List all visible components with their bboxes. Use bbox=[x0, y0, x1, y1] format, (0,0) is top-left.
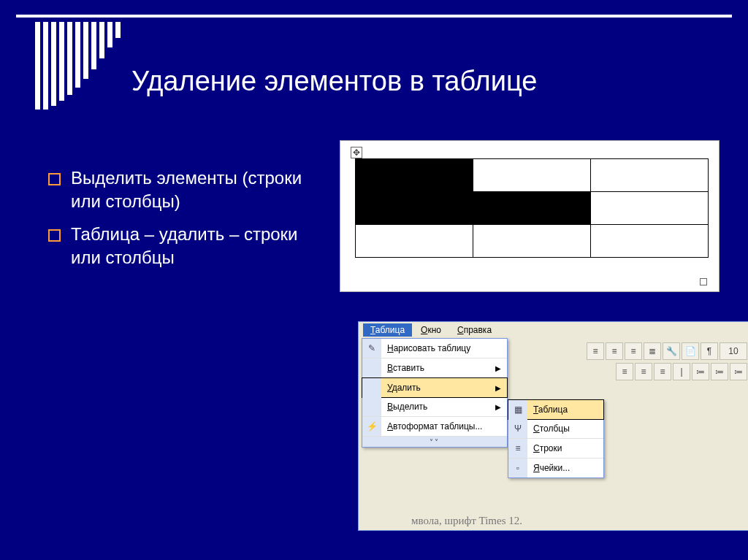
submenu-item[interactable]: ▦Таблица bbox=[508, 399, 604, 420]
list-item: Таблица – удалить – строки или столбцы bbox=[48, 223, 318, 270]
table-cell bbox=[473, 159, 591, 192]
toolbar-button[interactable]: 📄 bbox=[682, 342, 699, 360]
table-resize-handle-icon[interactable] bbox=[700, 278, 707, 285]
submenu-item-icon: ▦ bbox=[508, 400, 527, 419]
table-cell bbox=[356, 225, 473, 258]
toolbar-button[interactable]: ≡ bbox=[625, 342, 642, 360]
submenu-item-label: Ячейки... bbox=[533, 463, 570, 473]
table-cell bbox=[591, 159, 709, 192]
bullet-text: Выделить элементы (строки или столбцы) bbox=[71, 166, 318, 214]
bullet-square-icon bbox=[48, 173, 61, 185]
table-cell bbox=[591, 192, 709, 225]
menu-item-label: Нарисовать таблицу bbox=[387, 343, 501, 353]
dropdown-item[interactable]: ✎Нарисовать таблицу bbox=[362, 339, 507, 358]
dropdown-item[interactable]: Вставить▶ bbox=[362, 358, 507, 378]
bullet-list: Выделить элементы (строки или столбцы) Т… bbox=[48, 166, 318, 279]
menu-item-label: Удалить bbox=[387, 383, 495, 393]
toolbar-button[interactable]: ≣ bbox=[644, 342, 661, 360]
submenu-arrow-icon: ▶ bbox=[495, 384, 501, 392]
submenu-arrow-icon: ▶ bbox=[495, 403, 501, 411]
toolbar-button[interactable]: | bbox=[673, 363, 690, 380]
toolbar-row-2: ≡≡≡|≔≔≔ bbox=[616, 363, 747, 380]
dropdown-item[interactable]: ⚡Автоформат таблицы... bbox=[362, 417, 507, 437]
toolbar-button[interactable]: 🔧 bbox=[663, 342, 680, 360]
toolbar-button[interactable]: ≡ bbox=[635, 363, 652, 380]
submenu-item-icon: ▫ bbox=[508, 459, 527, 477]
toolbar-button[interactable]: ≔ bbox=[711, 363, 728, 380]
submenu-arrow-icon: ▶ bbox=[495, 364, 501, 372]
expand-menu-icon[interactable]: ˅˅ bbox=[362, 437, 507, 447]
submenu-item-icon: Ψ bbox=[508, 419, 527, 438]
menu-item-icon bbox=[362, 358, 381, 377]
menubar-item[interactable]: Справка bbox=[450, 323, 499, 337]
menubar: ТаблицаОкноСправка bbox=[359, 322, 748, 338]
submenu-item[interactable]: ▫Ячейки... bbox=[508, 459, 603, 477]
toolbar-button[interactable]: ≡ bbox=[616, 363, 633, 380]
table-move-handle-icon[interactable]: ✥ bbox=[351, 147, 362, 158]
menu-item-icon: ✎ bbox=[362, 339, 381, 358]
menubar-item[interactable]: Окно bbox=[413, 323, 449, 337]
submenu-item-label: Столбцы bbox=[533, 423, 570, 434]
menu-item-label: Выделить bbox=[387, 402, 495, 412]
toolbar-button[interactable]: ≔ bbox=[692, 363, 709, 380]
menu-item-label: Автоформат таблицы... bbox=[387, 421, 501, 431]
table-cell bbox=[356, 192, 473, 225]
slide: Удаление элементов в таблице Выделить эл… bbox=[0, 0, 748, 560]
toolbar-button[interactable]: 10 bbox=[720, 342, 747, 360]
table-selection-illustration: ✥ bbox=[340, 140, 720, 292]
toolbar-button[interactable]: ≔ bbox=[730, 363, 747, 380]
status-fragment: мвола, шрифт Times 12. bbox=[411, 515, 522, 527]
dropdown-item[interactable]: Удалить▶ bbox=[362, 377, 508, 398]
table-cell bbox=[473, 192, 591, 225]
submenu-item-label: Строки bbox=[533, 443, 562, 453]
header-divider bbox=[16, 15, 732, 18]
table-cell bbox=[356, 159, 473, 192]
table-cell bbox=[591, 225, 709, 258]
delete-submenu: ▦ТаблицаΨСтолбцы≡Строки▫Ячейки... bbox=[508, 399, 604, 478]
submenu-item[interactable]: ≡Строки bbox=[508, 439, 603, 459]
toolbar-button[interactable]: ≡ bbox=[587, 342, 604, 360]
toolbar-button[interactable]: ¶ bbox=[701, 342, 718, 360]
submenu-item-label: Таблица bbox=[533, 404, 568, 415]
toolbar-row-1: ≡≡≡≣🔧📄¶10 bbox=[587, 342, 747, 360]
toolbar-button[interactable]: ≡ bbox=[606, 342, 623, 360]
word-menu-screenshot: ТаблицаОкноСправка ≡≡≡≣🔧📄¶10 ≡≡≡|≔≔≔ ✎На… bbox=[358, 321, 748, 531]
bullet-text: Таблица – удалить – строки или столбцы bbox=[71, 223, 318, 270]
bullet-square-icon bbox=[48, 229, 61, 242]
table-dropdown-menu: ✎Нарисовать таблицуВставить▶Удалить▶Выде… bbox=[362, 338, 508, 448]
menu-item-icon bbox=[362, 397, 381, 416]
menu-item-icon bbox=[362, 378, 381, 397]
table-cell bbox=[473, 225, 591, 258]
submenu-item-icon: ≡ bbox=[508, 439, 527, 458]
menu-item-icon: ⚡ bbox=[362, 417, 381, 436]
decorative-bars bbox=[35, 22, 121, 110]
menu-item-label: Вставить bbox=[387, 363, 495, 373]
slide-title: Удаление элементов в таблице bbox=[131, 66, 704, 97]
submenu-item[interactable]: ΨСтолбцы bbox=[508, 419, 603, 439]
dropdown-item[interactable]: Выделить▶ bbox=[362, 397, 507, 417]
menubar-item[interactable]: Таблица bbox=[363, 323, 412, 337]
toolbar-button[interactable]: ≡ bbox=[654, 363, 671, 380]
demo-table bbox=[355, 158, 709, 258]
list-item: Выделить элементы (строки или столбцы) bbox=[48, 166, 318, 214]
